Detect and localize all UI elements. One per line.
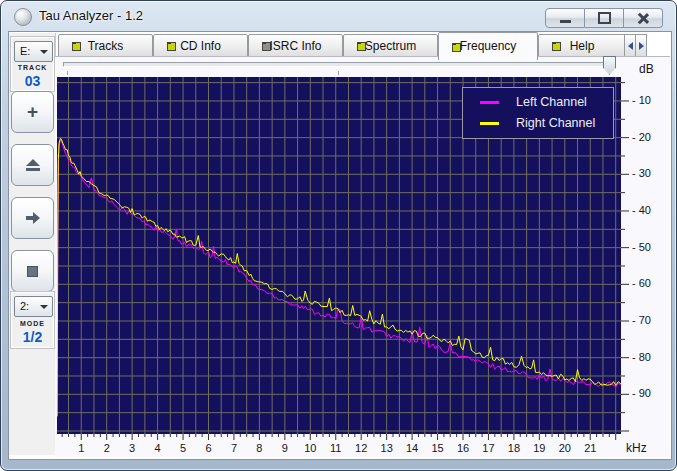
y-tick-label: - 50 bbox=[632, 241, 651, 253]
x-tick-label: 1 bbox=[71, 442, 91, 454]
drive-select[interactable]: E: bbox=[14, 41, 53, 62]
y-tick-label: - 10 bbox=[632, 94, 651, 106]
close-button[interactable] bbox=[624, 8, 663, 28]
chart-legend: Left ChannelRight Channel bbox=[462, 87, 614, 139]
tab-label: Frequency bbox=[439, 39, 537, 53]
legend-line-icon bbox=[480, 122, 499, 125]
tab-label: ISRC Info bbox=[249, 39, 342, 53]
legend-label: Left Channel bbox=[516, 95, 587, 109]
stop-icon bbox=[27, 266, 38, 277]
x-tick-label: 10 bbox=[300, 442, 320, 454]
x-tick-label: 3 bbox=[122, 442, 142, 454]
x-axis-unit-label: kHz bbox=[626, 441, 647, 455]
app-window: { "window": { "title": "Tau Analyzer - 1… bbox=[0, 0, 677, 471]
x-tick-label: 21 bbox=[580, 442, 600, 454]
arrow-left-icon bbox=[628, 42, 633, 50]
maximize-button[interactable] bbox=[585, 8, 624, 28]
y-tick-label: - 70 bbox=[632, 314, 651, 326]
x-tick-label: 14 bbox=[402, 442, 422, 454]
x-tick-label: 9 bbox=[275, 442, 295, 454]
eject-button[interactable] bbox=[11, 144, 54, 186]
x-tick-label: 15 bbox=[428, 442, 448, 454]
tab-label: Help bbox=[539, 39, 625, 53]
y-axis-unit-label: dB bbox=[639, 62, 654, 76]
track-number: 03 bbox=[11, 73, 54, 89]
app-icon bbox=[14, 8, 32, 26]
x-tick-label: 11 bbox=[326, 442, 346, 454]
x-tick-label: 12 bbox=[351, 442, 371, 454]
legend-line-icon bbox=[480, 101, 499, 104]
mode-value: 1/2 bbox=[11, 329, 54, 345]
y-tick-label: - 20 bbox=[632, 131, 651, 143]
plus-icon: + bbox=[27, 102, 38, 121]
x-tick-label: 7 bbox=[224, 442, 244, 454]
window-title: Tau Analyzer - 1.2 bbox=[39, 8, 143, 23]
x-tick-label: 4 bbox=[148, 442, 168, 454]
y-tick-label: - 90 bbox=[632, 387, 651, 399]
window-frame: Tau Analyzer - 1.2 E: TRACK 03 + 2: bbox=[0, 0, 677, 471]
x-tick-label: 16 bbox=[453, 442, 473, 454]
tab-label: CD Info bbox=[154, 39, 247, 53]
tab-spectrum[interactable]: Spectrum bbox=[343, 34, 438, 58]
tab-label: Spectrum bbox=[344, 39, 437, 53]
mode-select-value: 2: bbox=[20, 300, 29, 312]
next-button[interactable] bbox=[11, 197, 54, 239]
sidebar: E: TRACK 03 + 2: MODE 1/2 bbox=[9, 33, 56, 455]
legend-entry: Right Channel bbox=[463, 113, 613, 133]
chevron-down-icon bbox=[40, 305, 48, 309]
track-label: TRACK bbox=[11, 64, 54, 71]
plus-button[interactable]: + bbox=[11, 91, 54, 133]
x-tick-label: 13 bbox=[377, 442, 397, 454]
legend-entry: Left Channel bbox=[463, 92, 613, 112]
mode-select[interactable]: 2: bbox=[14, 296, 53, 317]
y-tick-label: - 40 bbox=[632, 204, 651, 216]
maximize-icon bbox=[598, 12, 611, 24]
y-tick-label: - 80 bbox=[632, 351, 651, 363]
y-tick-label: - 60 bbox=[632, 277, 651, 289]
tab-help[interactable]: Help bbox=[538, 34, 626, 58]
x-tick-label: 17 bbox=[478, 442, 498, 454]
tab-frequency[interactable]: Frequency bbox=[438, 32, 538, 60]
tab-label: Tracks bbox=[59, 39, 152, 53]
x-tick-label: 20 bbox=[555, 442, 575, 454]
close-icon bbox=[637, 13, 649, 23]
tab-cd-info[interactable]: CD Info bbox=[153, 34, 248, 58]
mode-group: 2: MODE 1/2 bbox=[10, 291, 55, 349]
tab-isrc-info[interactable]: ISRC Info bbox=[248, 34, 343, 58]
y-tick-label: - 30 bbox=[632, 167, 651, 179]
drive-select-value: E: bbox=[20, 45, 30, 57]
tab-tracks[interactable]: Tracks bbox=[58, 34, 153, 58]
x-tick-label: 6 bbox=[199, 442, 219, 454]
titlebar[interactable]: Tau Analyzer - 1.2 bbox=[1, 1, 676, 32]
eject-icon bbox=[26, 159, 40, 171]
stop-button[interactable] bbox=[11, 250, 54, 292]
legend-label: Right Channel bbox=[516, 116, 595, 130]
x-tick-label: 19 bbox=[529, 442, 549, 454]
window-controls bbox=[545, 8, 663, 28]
minimize-icon bbox=[560, 20, 571, 23]
x-tick-label: 18 bbox=[504, 442, 524, 454]
x-tick-label: 5 bbox=[173, 442, 193, 454]
arrow-right-icon bbox=[26, 212, 40, 224]
drive-track-group: E: TRACK 03 bbox=[10, 36, 55, 92]
x-tick-label: 2 bbox=[97, 442, 117, 454]
mode-label: MODE bbox=[11, 320, 54, 327]
minimize-button[interactable] bbox=[545, 8, 585, 28]
chevron-down-icon bbox=[40, 50, 48, 54]
arrow-right-icon bbox=[639, 42, 644, 50]
tab-scroll-right-button[interactable] bbox=[635, 34, 647, 57]
x-tick-label: 8 bbox=[249, 442, 269, 454]
